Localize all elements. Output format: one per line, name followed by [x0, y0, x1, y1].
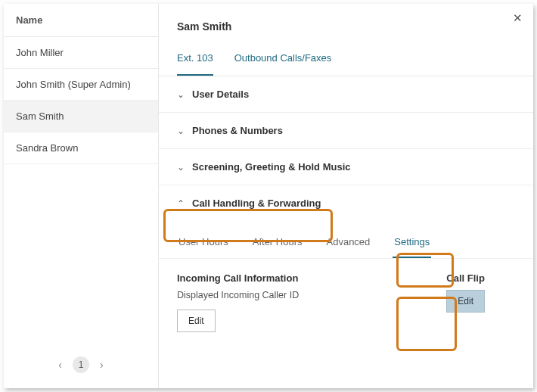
- detail-title: Sam Smith: [159, 4, 533, 45]
- call-flip-header: Call Flip: [446, 272, 485, 284]
- chevron-down-icon: ⌄: [177, 126, 185, 136]
- call-flip-col: Call Flip Edit: [446, 272, 485, 332]
- chevron-down-icon: ⌄: [177, 89, 185, 100]
- user-row-sandra-brown[interactable]: Sandra Brown: [4, 132, 158, 164]
- user-row-sam-smith[interactable]: Sam Smith: [4, 101, 158, 132]
- user-row-john-miller[interactable]: John Miller: [4, 37, 158, 69]
- chevron-up-icon: ⌃: [177, 198, 185, 209]
- close-icon[interactable]: ✕: [513, 11, 523, 25]
- incoming-call-header: Incoming Call Information: [177, 272, 299, 284]
- accordion-label: Screening, Greeting & Hold Music: [192, 161, 350, 173]
- incoming-call-col: Incoming Call Information Displayed Inco…: [177, 272, 299, 332]
- chevron-down-icon: ⌄: [177, 162, 185, 173]
- accordion-label: User Details: [192, 89, 249, 100]
- subtab-after-hours[interactable]: After Hours: [251, 230, 304, 258]
- tab-outbound[interactable]: Outbound Calls/Faxes: [234, 45, 332, 76]
- pager-page-number[interactable]: 1: [73, 356, 89, 373]
- subtab-advanced[interactable]: Advanced: [325, 230, 372, 258]
- detail-panel: ✕ Sam Smith Ext. 103 Outbound Calls/Faxe…: [159, 4, 533, 388]
- user-row-john-smith[interactable]: John Smith (Super Admin): [4, 69, 158, 101]
- accordion-user-details[interactable]: ⌄ User Details: [159, 76, 533, 113]
- pager-next-icon[interactable]: ›: [100, 359, 104, 371]
- incoming-edit-button[interactable]: Edit: [177, 310, 216, 332]
- settings-body: Incoming Call Information Displayed Inco…: [159, 259, 533, 346]
- pager-prev-icon[interactable]: ‹: [58, 359, 62, 371]
- accordion-screening[interactable]: ⌄ Screening, Greeting & Hold Music: [159, 149, 533, 185]
- accordion-label: Phones & Numbers: [192, 125, 283, 136]
- incoming-caller-id-label: Displayed Incoming Caller ID: [177, 290, 299, 300]
- tab-ext[interactable]: Ext. 103: [177, 45, 213, 76]
- accordion-call-handling[interactable]: ⌃ Call Handling & Forwarding: [159, 185, 533, 221]
- subtab-settings[interactable]: Settings: [393, 230, 431, 258]
- call-handling-subtabs: User Hours After Hours Advanced Settings: [159, 221, 533, 259]
- user-list-header: Name: [4, 4, 158, 37]
- detail-tabs: Ext. 103 Outbound Calls/Faxes: [159, 45, 533, 76]
- user-list-panel: Name John Miller John Smith (Super Admin…: [4, 4, 159, 388]
- pager: ‹ 1 ›: [4, 356, 158, 373]
- subtab-user-hours[interactable]: User Hours: [177, 230, 230, 258]
- accordion-label: Call Handling & Forwarding: [192, 198, 321, 209]
- accordion-phones[interactable]: ⌄ Phones & Numbers: [159, 113, 533, 149]
- call-flip-edit-button[interactable]: Edit: [446, 290, 485, 313]
